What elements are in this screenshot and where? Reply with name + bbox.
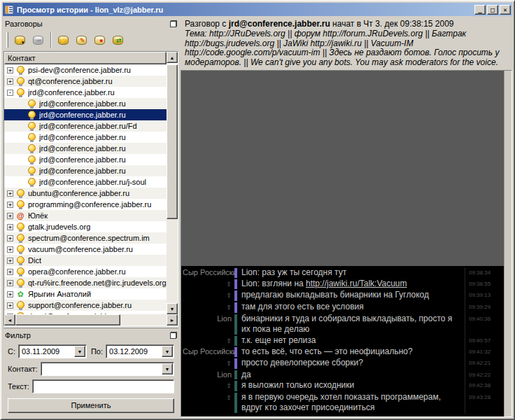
expander-icon[interactable]: + xyxy=(7,213,13,219)
message-text: бинарники я туда и собирался выкладывать… xyxy=(237,314,465,335)
expander-icon[interactable]: + xyxy=(7,269,13,275)
date-to-combobox[interactable]: 03.12.2009 ▼ xyxy=(106,344,174,358)
tree-row[interactable]: + qt-ru%irc.freenode.net@irc.jrudevels.o… xyxy=(4,277,167,288)
expander-icon[interactable]: + xyxy=(7,202,13,208)
expander-icon[interactable]: + xyxy=(7,67,13,74)
remove-history-button[interactable]: ● xyxy=(91,31,108,48)
tree-row[interactable]: jrd@conference.jabber.ru xyxy=(4,98,167,109)
expander-icon[interactable]: + xyxy=(7,190,13,197)
expander-icon[interactable]: + xyxy=(7,291,13,298)
tree-row[interactable]: + opera@conference.jabber.ru xyxy=(4,266,167,277)
message-nick: ⇧ xyxy=(181,290,234,302)
titlebar[interactable]: Просмотр истории - lion_vlz@jabber.ru _ … xyxy=(3,3,512,16)
tree-row[interactable]: jrd@conference.jabber.ru xyxy=(4,165,167,176)
conversations-panel-header: Разговоры xyxy=(3,17,178,29)
tree-row[interactable]: + Dict xyxy=(4,255,167,266)
tree-row[interactable]: jrd@conference.jabber.ru/j-soul xyxy=(4,176,167,188)
maximize-button[interactable]: □ xyxy=(487,5,498,15)
tree-row-label: jrd@conference.jabber.ru xyxy=(39,155,126,164)
bulb-icon xyxy=(16,234,24,243)
message-row: ⇧ просто девелоперские сборки? 09:42:21 xyxy=(181,358,504,370)
tree-row[interactable]: + spectrum@conference.spectrum.im xyxy=(4,232,167,244)
date-from-combobox[interactable]: 03.11.2009 ▼ xyxy=(18,344,87,358)
tree-row[interactable]: jrd@conference.jabber.ru xyxy=(4,154,167,165)
tree-vertical-scrollbar[interactable]: ▼ xyxy=(167,64,178,314)
tree-row[interactable]: jrd@conference.jabber.ru/Fd xyxy=(4,120,167,132)
contact-filter-combobox[interactable]: ▼ xyxy=(41,362,174,376)
tree-row[interactable]: + ubuntu@conference.jabber.ru xyxy=(4,188,167,199)
tree-row[interactable]: + ✿ Ярыгин Анатолий xyxy=(4,288,167,300)
load-history-icon: ⚡ xyxy=(58,36,69,45)
tree-row[interactable]: jrd@conference.jabber.ru xyxy=(4,143,167,154)
scrollbar-thumb[interactable] xyxy=(167,64,178,219)
tree-body: + psi-dev@conference.jabber.ru + qt@conf… xyxy=(4,64,167,314)
bulb-icon xyxy=(27,167,36,176)
at-icon: @ xyxy=(16,211,24,220)
tree-row-label: qt-ru%irc.freenode.net@irc.jrudevels.org xyxy=(28,279,167,287)
text-filter-input[interactable] xyxy=(32,379,174,393)
tree-row[interactable]: + qt@conference.jabber.ru xyxy=(4,76,167,87)
message-text: я в первую очередь хотел показать програ… xyxy=(237,392,465,414)
tree-horizontal-scrollbar[interactable]: ◄ ► xyxy=(4,314,178,326)
chevron-down-icon[interactable]: ▼ xyxy=(162,346,173,357)
expander-icon[interactable]: + xyxy=(7,246,13,253)
tree-row-label: Dict xyxy=(28,256,41,265)
float-panel-icon[interactable] xyxy=(170,20,177,27)
tree-row[interactable]: + support@conference.jabber.ru xyxy=(4,300,167,311)
message-timestamp: 09:43:28 xyxy=(465,392,504,414)
expander-icon[interactable]: + xyxy=(7,302,13,309)
chat-panel: Разговор с jrd@conference.jabber.ru нача… xyxy=(180,17,512,417)
minimize-button[interactable]: _ xyxy=(474,5,486,15)
edit-history-button[interactable]: ✎ xyxy=(73,31,90,48)
tree-column-header-contact[interactable]: Контакт xyxy=(4,52,167,64)
load-history-menu-button[interactable]: ⚡▾ xyxy=(11,31,28,48)
message-row: ⇧ я в первую очередь хотел показать прог… xyxy=(181,392,504,414)
room-topic: Тема: http://JRuDevels.org || форум http… xyxy=(185,29,508,67)
tree-row[interactable]: + gtalk.jrudevels.org xyxy=(4,221,167,232)
message-row: Сыр Российский Lion: раз уж ты сегодня т… xyxy=(181,267,504,279)
bulb-icon xyxy=(27,178,36,187)
message-timestamp: 09:40:57 xyxy=(465,335,504,347)
tree-row[interactable]: jrd@conference.jabber.ru xyxy=(4,109,167,120)
float-panel-icon[interactable] xyxy=(170,332,177,339)
tree-row[interactable]: jrd@conference.jabber.ru xyxy=(4,132,167,143)
chevron-down-icon[interactable]: ▼ xyxy=(74,346,85,357)
scroll-left-button[interactable]: ◄ xyxy=(4,314,15,326)
bulb-icon xyxy=(16,66,24,75)
chat-vertical-scrollbar[interactable] xyxy=(504,71,512,416)
conversations-panel-title: Разговоры xyxy=(5,20,170,28)
expander-icon[interactable]: + xyxy=(7,258,13,264)
load-history-button[interactable]: ⚡ xyxy=(55,31,71,48)
message-text: т.к. еще нет релиза xyxy=(237,335,465,347)
toolbar-drag-handle[interactable] xyxy=(6,32,8,48)
tree-row[interactable]: + psi-dev@conference.jabber.ru xyxy=(4,64,167,76)
tree-row-label: programming@conference.jabber.ru xyxy=(28,200,151,209)
scroll-up-button[interactable]: ▲ xyxy=(167,52,178,63)
message-link[interactable]: http://jawiki.ru/Talk:Vacuum xyxy=(306,279,407,288)
scroll-down-button[interactable]: ▼ xyxy=(167,303,178,314)
continuation-icon: ⇧ xyxy=(226,382,232,389)
tree-row-label: jrd@conference.jabber.ru xyxy=(39,111,126,119)
chevron-down-icon[interactable]: ▼ xyxy=(162,363,173,374)
reload-history-button[interactable]: ⇄ xyxy=(109,31,126,48)
tree-row[interactable]: + vacuum@conference.jabber.ru xyxy=(4,244,167,255)
tree-row[interactable]: + programming@conference.jabber.ru xyxy=(4,199,167,210)
tree-row[interactable]: - jrd@conference.jabber.ru xyxy=(4,87,167,98)
expander-icon[interactable]: + xyxy=(7,78,13,85)
tree-row[interactable]: + @ Юлёк xyxy=(4,210,167,221)
scroll-right-button[interactable]: ► xyxy=(167,314,178,326)
message-nick: ⇧ xyxy=(181,380,234,392)
expander-icon[interactable]: + xyxy=(7,280,13,286)
save-history-button-disabled[interactable]: ➦ xyxy=(29,31,46,48)
message-nick: Сыр Российский xyxy=(181,346,234,358)
scrollbar-thumb[interactable] xyxy=(15,314,120,326)
message-text: там для этого есть все условия xyxy=(237,302,465,314)
message-nick: ⇧ xyxy=(181,279,234,290)
apply-button[interactable]: Применить xyxy=(8,398,174,413)
expander-icon[interactable]: + xyxy=(7,235,13,241)
conversation-jid: jrd@conference.jabber.ru xyxy=(229,19,330,29)
close-button[interactable]: ✕ xyxy=(500,5,511,15)
message-nick: Lion xyxy=(181,314,234,335)
expander-icon[interactable]: - xyxy=(7,90,13,96)
expander-icon[interactable]: + xyxy=(7,224,13,230)
